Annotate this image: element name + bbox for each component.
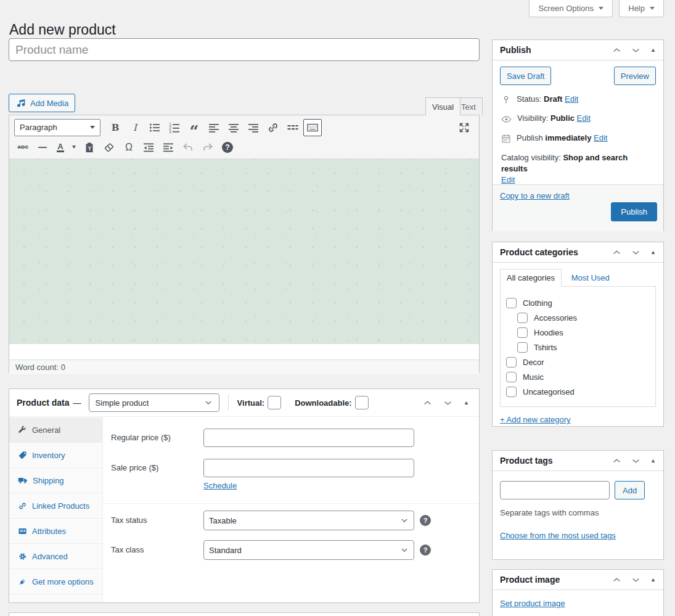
regular-price-input[interactable] — [203, 429, 414, 447]
category-item[interactable]: Hoodies — [517, 327, 650, 338]
save-draft-button[interactable]: Save Draft — [500, 67, 551, 85]
order-up-icon[interactable] — [612, 46, 621, 55]
paste-as-text-button[interactable]: T — [80, 139, 99, 156]
downloadable-checkbox[interactable] — [355, 396, 369, 409]
bullet-list-button[interactable] — [145, 119, 164, 136]
tax-class-select[interactable]: Standard — [203, 540, 414, 560]
order-down-icon[interactable] — [631, 456, 640, 466]
image-header[interactable]: Product image ▲ — [493, 570, 663, 590]
checkbox[interactable] — [506, 372, 517, 382]
tax-status-help-icon[interactable]: ? — [420, 515, 431, 526]
text-color-button[interactable]: A — [53, 139, 68, 156]
category-item[interactable]: Accessories — [517, 313, 650, 323]
order-down-icon[interactable] — [631, 46, 640, 55]
toggle-panel-icon[interactable]: ▲ — [650, 249, 656, 255]
tab-advanced[interactable]: Advanced — [9, 544, 102, 569]
paragraph-format-select[interactable]: Paragraph — [14, 119, 100, 136]
help-button[interactable]: Help — [619, 0, 664, 17]
virtual-checkbox[interactable] — [268, 396, 281, 409]
category-item[interactable]: Tshirts — [517, 342, 650, 353]
tags-header[interactable]: Product tags ▲ — [493, 451, 663, 471]
keyboard-shortcuts-button[interactable]: ? — [218, 139, 237, 156]
tab-linked-products[interactable]: Linked Products — [9, 493, 102, 519]
order-up-icon[interactable] — [612, 575, 621, 585]
undo-button[interactable] — [179, 139, 197, 156]
tab-attributes[interactable]: Attributes — [9, 519, 102, 544]
status-edit-link[interactable]: Edit — [565, 94, 578, 104]
tab-visual[interactable]: Visual — [425, 97, 460, 115]
tab-all-categories[interactable]: All categories — [500, 269, 562, 287]
tab-get-more-options[interactable]: Get more options — [9, 569, 102, 594]
order-up-icon[interactable] — [612, 248, 621, 257]
set-product-image-link[interactable]: Set product image — [500, 599, 565, 608]
sale-price-input[interactable] — [203, 459, 414, 477]
order-up-icon[interactable] — [612, 456, 621, 466]
add-new-category-link[interactable]: + Add new category — [500, 415, 571, 424]
checkbox[interactable] — [506, 298, 517, 308]
tab-general[interactable]: General — [9, 417, 102, 443]
tab-shipping[interactable]: Shipping — [9, 468, 102, 493]
catalog-edit-link[interactable]: Edit — [501, 175, 515, 184]
product-type-select[interactable]: Simple product — [89, 393, 219, 412]
publish-header[interactable]: Publish ▲ — [493, 40, 663, 60]
schedule-link[interactable]: Schedule — [203, 481, 237, 490]
order-up-icon[interactable] — [423, 398, 432, 408]
copy-to-new-draft-link[interactable]: Copy to a new draft — [500, 191, 570, 200]
order-down-icon[interactable] — [631, 575, 640, 585]
tax-class-help-icon[interactable]: ? — [420, 544, 431, 556]
read-more-button[interactable] — [284, 119, 302, 136]
checkbox[interactable] — [506, 387, 517, 397]
redo-button[interactable] — [198, 139, 217, 156]
category-item[interactable]: Uncategorised — [506, 387, 650, 397]
toggle-panel-icon[interactable]: ▲ — [650, 47, 656, 53]
publish-button[interactable]: Publish — [611, 202, 657, 221]
editor-canvas-bottom[interactable] — [9, 344, 479, 359]
toggle-panel-icon[interactable]: ▲ — [650, 577, 656, 583]
align-left-button[interactable] — [205, 119, 223, 136]
tab-most-used[interactable]: Most Used — [571, 273, 610, 282]
horizontal-rule-button[interactable] — [33, 139, 52, 156]
toolbar-toggle-button[interactable] — [303, 119, 322, 136]
screen-options-button[interactable]: Screen Options — [529, 0, 613, 17]
fullscreen-button[interactable] — [455, 119, 473, 136]
tab-inventory[interactable]: Inventory — [9, 443, 102, 468]
tags-input[interactable] — [500, 481, 610, 499]
italic-button[interactable]: I — [126, 119, 144, 136]
text-color-caret[interactable] — [69, 139, 79, 156]
align-center-button[interactable] — [224, 119, 243, 136]
tab-label: Shipping — [33, 476, 64, 485]
order-down-icon[interactable] — [631, 248, 640, 257]
numbered-list-button[interactable]: 123 — [165, 119, 184, 136]
category-item[interactable]: Decor — [506, 357, 650, 368]
categories-header[interactable]: Product categories ▲ — [493, 242, 663, 263]
outdent-button[interactable] — [139, 139, 158, 156]
checkbox[interactable] — [517, 313, 528, 323]
status-row: Status: Draft Edit — [501, 94, 655, 105]
visibility-edit-link[interactable]: Edit — [577, 113, 591, 123]
schedule-edit-link[interactable]: Edit — [594, 133, 607, 142]
toggle-panel-icon[interactable]: ▲ — [650, 458, 656, 464]
checkbox[interactable] — [517, 327, 528, 338]
product-name-input[interactable] — [9, 38, 480, 61]
insert-link-button[interactable] — [264, 119, 282, 136]
add-tag-button[interactable]: Add — [615, 481, 645, 499]
clear-formatting-button[interactable] — [100, 139, 118, 156]
tax-status-select[interactable]: Taxable — [203, 511, 414, 530]
editor-canvas[interactable] — [9, 159, 479, 344]
category-item[interactable]: Clothing — [506, 298, 650, 308]
blockquote-button[interactable]: “ — [185, 119, 203, 136]
indent-button[interactable] — [159, 139, 178, 156]
choose-most-used-tags-link[interactable]: Choose from the most used tags — [500, 531, 616, 540]
order-down-icon[interactable] — [443, 398, 452, 408]
checkbox[interactable] — [517, 342, 528, 353]
toggle-panel-icon[interactable]: ▲ — [464, 400, 469, 406]
align-right-button[interactable] — [244, 119, 263, 136]
preview-button[interactable]: Preview — [614, 67, 656, 85]
category-item[interactable]: Music — [506, 372, 650, 382]
visual-tab-label: Visual — [432, 102, 454, 112]
add-media-button[interactable]: Add Media — [9, 94, 75, 112]
bold-button[interactable]: B — [106, 119, 125, 136]
checkbox[interactable] — [506, 357, 517, 368]
special-character-button[interactable]: Ω — [120, 139, 138, 156]
strikethrough-button[interactable]: ABC — [14, 139, 32, 156]
